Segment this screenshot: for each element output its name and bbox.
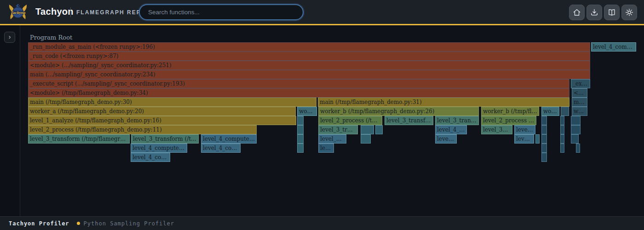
flame-bar[interactable]: ma… <box>572 98 587 107</box>
flame-bar[interactable]: main (/tmp/flamegraph_demo.py:30) <box>28 98 316 107</box>
flame-bar[interactable]: level_3_trans… <box>435 116 479 125</box>
chevron-right-icon: › <box>9 33 11 40</box>
flame-bar[interactable] <box>541 153 547 162</box>
sun-icon <box>625 8 634 17</box>
flame-bar[interactable]: wo… <box>572 107 587 116</box>
flame-bar[interactable]: level_3_transform (/tmp/flamegraph_dem… <box>28 134 130 144</box>
theme-button[interactable] <box>621 5 637 20</box>
flame-bar[interactable]: level_4_comput… <box>591 42 636 52</box>
flame-bar[interactable]: worker_b (/tmp/flamegraph_demo.py:26) <box>318 107 479 116</box>
flame-root-label[interactable]: Program Root <box>30 34 72 41</box>
flame-bar[interactable]: _exe… <box>571 79 590 88</box>
header-divider <box>70 7 71 17</box>
flame-bar[interactable] <box>361 134 371 144</box>
flame-bar[interactable] <box>560 116 564 125</box>
flame-bar[interactable]: level_3_transform (/tmp/fl… <box>131 134 199 144</box>
book-icon <box>607 8 616 17</box>
toolbar <box>569 5 637 20</box>
flame-bar[interactable] <box>571 134 579 144</box>
tachyon-logo: Tachyon <box>8 2 28 23</box>
flame-bar[interactable] <box>576 144 580 153</box>
flame-bar[interactable]: _execute_script (.../sampling/_sync_coor… <box>28 79 569 88</box>
flame-bar[interactable]: wor… <box>541 107 559 116</box>
app-title: Tachyon <box>35 6 74 17</box>
flame-bar[interactable]: level_3_transf… <box>318 125 358 134</box>
flame-bar[interactable] <box>560 125 564 134</box>
status-bar: Tachyon Profiler Python Sampling Profile… <box>0 216 644 230</box>
flame-bar[interactable] <box>535 134 540 144</box>
flame-bar[interactable]: level… <box>514 134 534 144</box>
flame-bar[interactable]: lev… <box>318 144 334 153</box>
flame-bar[interactable]: level_3_transform… <box>385 116 433 125</box>
flame-bar[interactable] <box>297 144 304 153</box>
flame-bar[interactable] <box>561 107 569 116</box>
flame-bar[interactable]: level_2_process (/tm… <box>481 116 536 125</box>
flame-bar[interactable]: level_3_tr… <box>481 125 512 134</box>
flame-bar[interactable] <box>375 125 383 134</box>
docs-button[interactable] <box>604 5 620 20</box>
header: Tachyon Tachyon FLAMEGRAPH REPORT <box>0 0 644 25</box>
flame-bar[interactable]: main (.../sampling/_sync_coordinator.py:… <box>28 70 590 79</box>
flame-bar[interactable]: level_4_com… <box>131 153 170 162</box>
flame-bar[interactable]: wor… <box>297 107 317 116</box>
flame-bar[interactable] <box>571 125 581 134</box>
home-button[interactable] <box>569 5 585 20</box>
flame-bar[interactable]: level_… <box>435 134 457 144</box>
status-dot <box>77 222 80 225</box>
flame-bar[interactable]: worker_b (/tmp/flame… <box>481 107 539 116</box>
flame-bar[interactable] <box>571 116 581 125</box>
flame-bar[interactable]: <m… <box>572 88 587 98</box>
sidebar-toggle-button[interactable]: › <box>4 32 15 43</box>
flame-bar[interactable] <box>560 134 564 144</box>
flame-bar[interactable]: level_2_process (/tmp/fla… <box>318 116 382 125</box>
flame-bar[interactable]: main (/tmp/flamegraph_demo.py:31) <box>318 98 569 107</box>
flamegraph-panel: Program Root _run_module_as_main (<froze… <box>0 25 644 216</box>
footer-app-name: Tachyon Profiler <box>9 220 69 227</box>
svg-text:Tachyon: Tachyon <box>11 11 26 15</box>
download-icon <box>590 8 599 17</box>
flame-bar[interactable]: level_4_compute (/t… <box>131 144 187 153</box>
flame-bar[interactable]: _run_code (<frozen runpy>:87) <box>28 52 590 61</box>
flame-bar[interactable]: _run_module_as_main (<frozen runpy>:196) <box>28 42 590 52</box>
flame-bar[interactable] <box>297 125 304 134</box>
flame-bar[interactable]: <module> (/tmp/flamegraph_demo.py:34) <box>28 88 569 98</box>
flame-bar[interactable]: <module> (.../sampling/_sync_coordinator… <box>28 61 590 70</box>
flame-bar[interactable]: level_2_process (/tmp/flamegraph_demo.py… <box>28 125 257 134</box>
download-button[interactable] <box>586 5 602 20</box>
flame-bar[interactable]: level_1_analyze (/tmp/flamegraph_demo.py… <box>28 116 296 125</box>
flame-bar[interactable] <box>297 116 304 125</box>
flame-bar[interactable]: level_4_com… <box>201 144 241 153</box>
flame-bar[interactable]: level_… <box>514 125 535 134</box>
flame-bar[interactable] <box>297 134 304 144</box>
flame-bar[interactable]: level_4_compute (/t… <box>201 134 257 144</box>
search-input[interactable] <box>139 4 304 20</box>
flame-bar[interactable]: level_4_c… <box>435 125 467 134</box>
flame-bar[interactable] <box>541 144 547 153</box>
flame-bar[interactable] <box>361 125 374 134</box>
flame-bar[interactable] <box>541 116 547 125</box>
home-icon <box>572 8 581 17</box>
sidebar: › <box>0 25 20 216</box>
flame-bar[interactable] <box>560 144 564 153</box>
footer-subtitle: Python Sampling Profiler <box>84 220 174 227</box>
app: Tachyon Tachyon FLAMEGRAPH REPORT <box>0 0 644 230</box>
flame-bar[interactable] <box>541 125 547 134</box>
flame-bar[interactable] <box>541 134 547 144</box>
flame-bar[interactable]: level_4_… <box>318 134 346 144</box>
flame-bar[interactable]: worker_a (/tmp/flamegraph_demo.py:20) <box>28 107 296 116</box>
